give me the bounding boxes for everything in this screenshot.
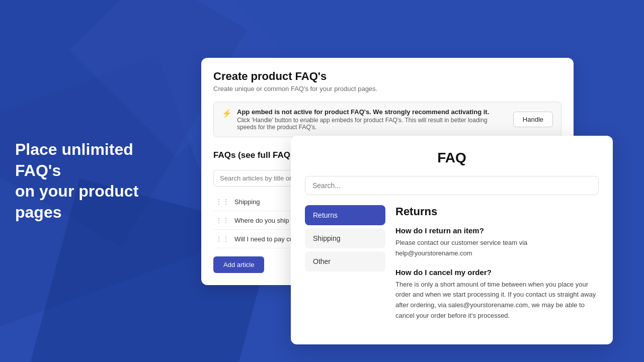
drag-handle-icon[interactable]: ⋮⋮ [215, 235, 229, 243]
faq-preview-search-input[interactable] [305, 176, 599, 195]
warning-content: ⚡ App embed is not active for product FA… [222, 108, 505, 131]
add-article-button[interactable]: Add article [213, 256, 264, 273]
faq-answers-section-title: Returns [395, 205, 599, 218]
faq-category-other[interactable]: Other [305, 251, 385, 272]
article-title: Where do you ship to? [234, 217, 300, 224]
main-card-subtitle: Create unique or common FAQ's for your p… [213, 85, 561, 93]
faq-question-2: How do I cancel my order? [395, 268, 599, 277]
faq-answers: Returns How do I return an item? Please … [395, 205, 599, 330]
warning-description: Click 'Handle' button to enable app embe… [237, 117, 505, 131]
warning-icon: ⚡ [222, 109, 232, 118]
faq-preview-content: Returns Shipping Other Returns How do I … [305, 205, 599, 330]
left-promo-text: Place unlimited FAQ's on your product pa… [15, 139, 166, 223]
faq-preview-card: FAQ Returns Shipping Other Returns How d… [291, 136, 613, 344]
article-title: Shipping [234, 198, 260, 206]
faq-category-shipping[interactable]: Shipping [305, 228, 385, 248]
faq-category-returns[interactable]: Returns [305, 205, 385, 225]
faq-answer-2: There is only a short amount of time bet… [395, 280, 599, 321]
warning-title: App embed is not active for product FAQ'… [237, 108, 505, 116]
faq-categories: Returns Shipping Other [305, 205, 385, 330]
handle-button[interactable]: Handle [513, 112, 553, 127]
drag-handle-icon[interactable]: ⋮⋮ [215, 216, 229, 224]
warning-text-block: App embed is not active for product FAQ'… [237, 108, 505, 131]
faq-preview-title: FAQ [305, 150, 599, 166]
faq-answer-1: Please contact our customer service team… [395, 238, 599, 259]
faq-question-1: How do I return an item? [395, 226, 599, 235]
promo-line2: on your product pages [15, 182, 138, 221]
drag-handle-icon[interactable]: ⋮⋮ [215, 198, 229, 206]
main-card-title: Create product FAQ's [213, 70, 561, 83]
promo-line1: Place unlimited FAQ's [15, 140, 133, 179]
warning-banner: ⚡ App embed is not active for product FA… [213, 102, 561, 137]
